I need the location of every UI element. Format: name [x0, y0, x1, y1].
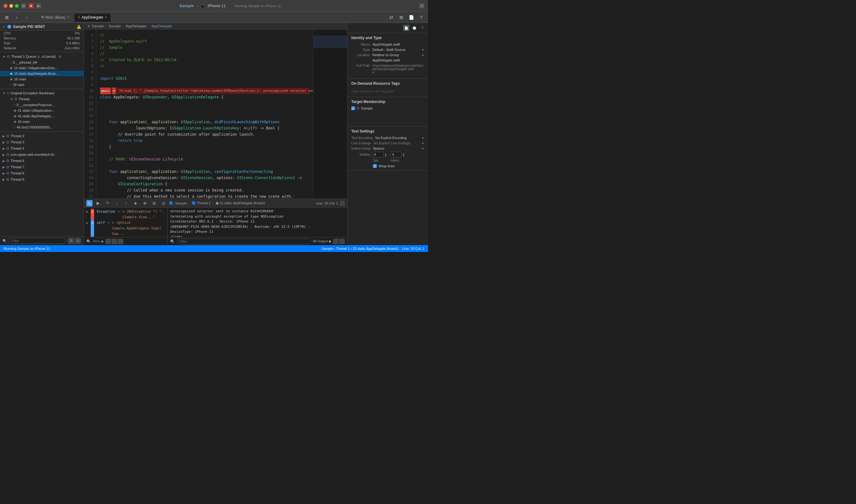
on-demand-section: On Demand Resource Tags Only resources a…	[348, 79, 428, 97]
debug-step-out-btn[interactable]: ↑	[122, 200, 130, 207]
debug-breakpoint-btn[interactable]: ◈	[132, 200, 139, 207]
line-number-27: 27	[84, 193, 96, 199]
debug-location-btn[interactable]: ⊕	[141, 200, 149, 207]
widths-labels: Tab Indent	[373, 159, 424, 162]
line-number-20: 20	[84, 150, 96, 156]
var-filter-btn-1[interactable]	[105, 239, 111, 244]
tab-width-stepper[interactable]: ▲ ▼	[385, 153, 387, 157]
thread8-label: Thread 8	[11, 171, 24, 175]
navigator-toggle-btn[interactable]: ⊞	[2, 13, 11, 22]
var-filter-btn-2[interactable]	[111, 239, 117, 244]
var-filter-btn-3[interactable]	[118, 239, 123, 244]
exc-frame-0[interactable]: □ 0 __exceptionPreproce...	[0, 102, 84, 108]
code-content[interactable]: //// AppDelegate.swift// Sample//// Crea…	[96, 30, 313, 199]
eventfetch-thread-item[interactable]: ▶ ⊙ com.apple.uikit.eventfetch-th...	[0, 151, 84, 158]
status-right: Sample › Thread 1 › 15 static AppDelegat…	[321, 247, 424, 250]
minimize-button[interactable]	[9, 4, 13, 8]
debug-hide-btn[interactable]: ⊡	[86, 200, 92, 206]
identity-type-title: Identity and Type	[351, 36, 424, 40]
code-text-line-18: return true	[100, 138, 143, 144]
target-membership-checkbox[interactable]: ✓	[351, 106, 355, 110]
thread7-item[interactable]: ▶ ⊙ Thread 7	[0, 164, 84, 170]
exc-frame-43[interactable]: ▣ 43 main	[0, 119, 84, 124]
thread6-item[interactable]: ▶ ⊙ Thread 6	[0, 158, 84, 164]
run-button[interactable]: ▶	[36, 3, 41, 8]
debug-step-over-btn[interactable]: ↷	[104, 200, 111, 207]
toolbar-right: ⇄ ⊞ 📄 ?	[387, 13, 425, 22]
tab-appdelegate-label: AppDelegate	[82, 15, 103, 20]
code-line-1: //	[100, 32, 309, 38]
left-filter-input[interactable]	[9, 238, 66, 244]
exc-frame-41-label: 41 static UIApplication...	[18, 109, 54, 112]
close-button[interactable]	[4, 4, 7, 8]
tab-main-base[interactable]: M Main (Base) ✕	[38, 13, 73, 22]
console-filter-btn-1[interactable]	[333, 239, 338, 244]
frame-pthread-kill[interactable]: □ 0 __pthread_kill	[0, 59, 84, 65]
add-editor-btn[interactable]: ⊞	[397, 13, 406, 22]
quick-help-btn[interactable]: ?	[417, 13, 425, 22]
widths-row: Widths ▲ ▼ ▲ ▼	[351, 152, 424, 157]
file-inspector-tab[interactable]: 📄	[403, 25, 409, 31]
debug-toggle-btn[interactable]	[340, 201, 345, 206]
maximize-button[interactable]	[15, 4, 19, 8]
debug-watch-btn[interactable]: ◎	[160, 200, 167, 207]
console-filter-input[interactable]	[177, 239, 311, 244]
wrap-lines-checkbox[interactable]: ✓	[373, 164, 377, 168]
filter-btn-1[interactable]: ☰	[68, 238, 74, 244]
history-tab[interactable]: 🕐	[411, 25, 417, 31]
location-value: Relative to Group	[372, 53, 419, 57]
original-exception-item[interactable]: ▼ ◎ Original Exception Backtrace	[0, 90, 84, 96]
exception-badge: E	[91, 209, 94, 220]
main-content: ▼ Sample PID 40567 ⚠️ CPU 0% Memory 58.2…	[0, 23, 428, 245]
file-inspector-btn[interactable]: 📄	[407, 13, 416, 22]
line-number-2: 2	[84, 38, 96, 44]
line-number-26: 26	[84, 187, 96, 193]
code-line-24: connectingSceneSession: UISceneSession, …	[100, 175, 309, 181]
frame-main[interactable]: ▣ 16 main	[0, 76, 84, 82]
code-text-line-25: UISceneConfiguration {	[100, 181, 168, 187]
exc-frame-41[interactable]: ▣ 41 static UIApplication...	[0, 108, 84, 113]
tab-main-close[interactable]: ✕	[67, 16, 70, 19]
thread2-item[interactable]: ▶ ⊙ Thread 2	[0, 133, 84, 139]
line-number-15: 15	[84, 119, 96, 125]
indent-width-input[interactable]	[390, 152, 402, 157]
debug-step-into-btn[interactable]: ↓	[113, 200, 121, 207]
thread8-item[interactable]: ▶ ⊙ Thread 8	[0, 170, 84, 176]
sidebar-toggle-button[interactable]: ⊞	[21, 3, 26, 8]
thread9-item[interactable]: ▶ ⊙ Thread 9	[0, 176, 84, 182]
line-endings-chevron-icon: ▼	[421, 142, 424, 145]
tab-appdelegate[interactable]: A AppDelegate ✕	[74, 13, 111, 22]
thread4-item[interactable]: ▶ ⊙ Thread 4	[0, 145, 84, 151]
console-filter-btn-2[interactable]	[339, 239, 345, 244]
fullpath-reveal-icon[interactable]: ⇱	[372, 71, 375, 74]
exc-frame-42[interactable]: ▣ 42 static AppDelegate....	[0, 113, 84, 119]
stop-button[interactable]: ■	[29, 3, 34, 8]
forward-btn[interactable]: ›	[22, 13, 31, 22]
file-row: AppDelegate.swift	[351, 58, 424, 62]
target-app-icon: A	[357, 106, 359, 110]
quick-help-tab[interactable]: ?	[419, 25, 425, 31]
eventfetch-label: com.apple.uikit.eventfetch-th...	[11, 153, 57, 157]
filter-btn-2[interactable]: ⊡	[75, 238, 81, 244]
exc-thread[interactable]: ▼ ⊙ Thread	[0, 96, 84, 102]
debug-expr-btn[interactable]: ⊞	[150, 200, 158, 207]
code-line-10[interactable]: @main≡ Thread 1: "-[Sample.ViewControlle…	[100, 88, 309, 94]
exc-frame-46[interactable]: □ 46 0xd176000000000...	[0, 124, 84, 130]
indent-width-stepper[interactable]: ▲ ▼	[403, 153, 405, 157]
related-items-btn[interactable]: ⇄	[387, 13, 396, 22]
frame-appdelegate-main[interactable]: ▣ 15 static AppDelegate.$mai...	[0, 71, 84, 76]
frame-uiapplication-1[interactable]: ▣ 14 static UIApplicationDele...	[0, 65, 84, 71]
frame-start[interactable]: □ 18 start	[0, 82, 84, 88]
inspector-toggle-button[interactable]: ⊡	[419, 3, 424, 8]
debug-toolbar: ⊡ ▶ ↷ ↓ ↑ ◈ ⊕ ⊞ ◎ 🔵 Sample› 🔵 Thread 1› …	[84, 199, 347, 208]
tab-width-input[interactable]	[372, 152, 384, 157]
debug-continue-btn[interactable]: ▶	[94, 200, 102, 207]
line-number-11: 11	[84, 94, 96, 100]
thread1-item[interactable]: ▼ ⊙ Thread 1 Queue: c...d (serial) ⚠	[0, 53, 84, 59]
thread3-item[interactable]: ▶ ⊙ Thread 3	[0, 139, 84, 145]
code-text-line-1: //	[100, 32, 104, 38]
line-number-17: 17	[84, 131, 96, 138]
line-number-3: 3	[84, 44, 96, 51]
back-btn[interactable]: ‹	[13, 13, 21, 22]
tab-appdelegate-close[interactable]: ✕	[105, 16, 107, 19]
